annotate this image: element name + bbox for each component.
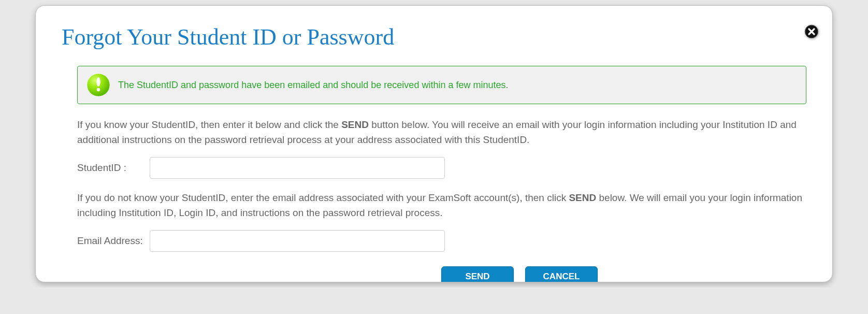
email-row: Email Address: [77, 230, 806, 252]
cancel-button[interactable]: CANCEL [525, 266, 598, 282]
svg-point-4 [96, 77, 100, 87]
close-icon [804, 24, 819, 39]
studentid-label: StudentID : [77, 162, 150, 174]
page-title: Forgot Your Student ID or Password [62, 24, 806, 50]
instruction-studentid: If you know your StudentID, then enter i… [77, 117, 806, 148]
send-button[interactable]: SEND [441, 266, 514, 282]
email-input[interactable] [150, 230, 445, 252]
studentid-row: StudentID : [77, 157, 806, 179]
forgot-modal: Forgot Your Student ID or Password [35, 5, 833, 282]
email-label: Email Address: [77, 235, 150, 247]
studentid-input[interactable] [150, 157, 445, 179]
alert-text: The StudentID and password have been ema… [118, 80, 508, 91]
success-alert: The StudentID and password have been ema… [77, 66, 806, 104]
svg-point-5 [97, 88, 100, 91]
instruction-email: If you do not know your StudentID, enter… [77, 190, 806, 221]
close-button[interactable] [804, 24, 819, 39]
alert-success-icon [86, 73, 111, 97]
button-row: SEND CANCEL [233, 266, 806, 282]
